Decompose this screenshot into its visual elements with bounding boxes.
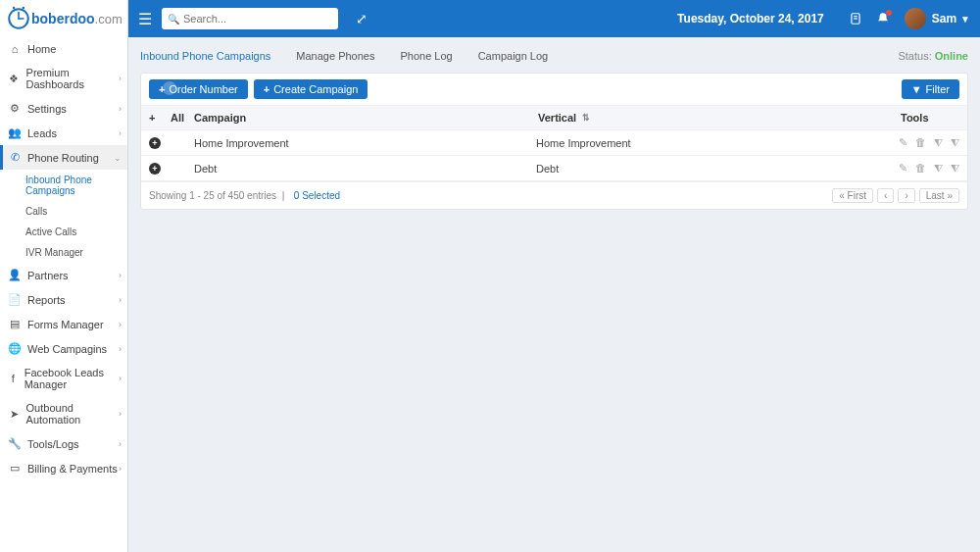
wrench-icon: 🔧: [8, 437, 22, 450]
sidebar-item-dashboards[interactable]: ❖Premium Dashboards›: [0, 61, 127, 96]
delete-icon[interactable]: 🗑: [915, 136, 926, 149]
logo-text: boberdoo.com: [31, 11, 122, 26]
tab-manage-phones[interactable]: Manage Phones: [296, 50, 374, 62]
chevron-right-icon: ›: [119, 439, 122, 449]
user-menu-caret[interactable]: ▼: [960, 14, 970, 25]
globe-icon: 🌐: [8, 342, 22, 355]
col-all[interactable]: All: [171, 112, 194, 124]
col-vertical[interactable]: Vertical⇅: [538, 112, 901, 124]
sidebar-item-tools[interactable]: 🔧Tools/Logs›: [0, 431, 127, 456]
phone-icon: ✆: [8, 151, 22, 164]
cell-vertical: Debt: [536, 163, 899, 175]
expand-all-icon[interactable]: +: [149, 112, 155, 124]
panel-footer: Showing 1 - 25 of 450 entries | 0 Select…: [141, 181, 967, 209]
hamburger-icon[interactable]: ☰: [138, 10, 152, 28]
sidebar-item-label: Phone Routing: [27, 152, 99, 164]
logo-icon: [6, 6, 31, 31]
sidebar-sub-inbound[interactable]: Inbound Phone Campaigns: [0, 170, 127, 201]
chevron-right-icon: ›: [119, 374, 122, 383]
home-icon: ⌂: [8, 43, 22, 55]
sidebar-item-outbound[interactable]: ➤Outbound Automation›: [0, 396, 127, 431]
status-value: Online: [935, 50, 968, 62]
chevron-right-icon: ›: [119, 344, 122, 354]
tab-campaign-log[interactable]: Campaign Log: [478, 50, 549, 62]
edit-icon[interactable]: ✎: [899, 162, 907, 175]
sidebar-item-partners[interactable]: 👤Partners›: [0, 263, 127, 287]
pager: « First ‹ › Last »: [832, 188, 959, 203]
chevron-right-icon: ›: [119, 295, 122, 305]
sidebar-item-phone-routing[interactable]: ✆Phone Routing⌄: [0, 145, 127, 170]
col-expand[interactable]: +: [149, 112, 171, 124]
bell-icon[interactable]: [876, 12, 890, 26]
expand-row-icon[interactable]: +: [149, 137, 161, 149]
edit-icon[interactable]: ✎: [899, 136, 907, 149]
filter-row-icon[interactable]: ⧨: [934, 162, 943, 175]
dashboard-icon: ❖: [8, 73, 21, 85]
table-row: + Home Improvement Home Improvement ✎ 🗑 …: [141, 130, 967, 156]
sidebar-sub-ivr[interactable]: IVR Manager: [0, 242, 127, 263]
sidebar-item-leads[interactable]: 👥Leads›: [0, 121, 127, 145]
sidebar-item-label: Premium Dashboards: [26, 67, 120, 90]
sidebar-item-label: Partners: [27, 270, 69, 281]
chevron-right-icon: ›: [119, 409, 122, 419]
table-row: + Debt Debt ✎ 🗑 ⧨ ⧨: [141, 156, 967, 181]
col-campaign[interactable]: Campaign: [194, 112, 538, 124]
main-content: Inbound Phone Campaigns Manage Phones Ph…: [128, 37, 980, 552]
svg-point-3: [13, 7, 15, 9]
sidebar-item-reports[interactable]: 📄Reports›: [0, 287, 127, 312]
filter-icon: ▼: [911, 83, 922, 95]
user-name[interactable]: Sam: [932, 12, 956, 25]
delete-icon[interactable]: 🗑: [915, 162, 926, 175]
filter-button[interactable]: ▼Filter: [902, 79, 959, 99]
chevron-right-icon: ›: [119, 104, 122, 114]
button-label: Order Number: [169, 83, 237, 95]
plus-icon: +: [159, 83, 165, 95]
sidebar-item-label: Tools/Logs: [27, 438, 79, 450]
chevron-right-icon: ›: [119, 320, 122, 329]
sidebar-item-forms[interactable]: ▤Forms Manager›: [0, 312, 127, 336]
chevron-down-icon: ⌄: [114, 153, 122, 163]
create-campaign-button[interactable]: +Create Campaign: [254, 79, 368, 99]
sidebar-sub-active-calls[interactable]: Active Calls: [0, 222, 127, 242]
sidebar-item-home[interactable]: ⌂Home: [0, 37, 127, 61]
filter-row-icon-2[interactable]: ⧨: [951, 162, 959, 175]
sidebar-item-label: Outbound Automation: [26, 402, 120, 426]
svg-point-4: [23, 7, 24, 9]
logo[interactable]: boberdoo.com: [0, 0, 128, 37]
avatar[interactable]: [905, 8, 926, 29]
clipboard-icon[interactable]: [849, 12, 862, 26]
pager-last[interactable]: Last »: [919, 188, 959, 203]
sidebar-item-facebook[interactable]: fFacebook Leads Manager›: [0, 361, 127, 396]
sidebar: ⌂Home ❖Premium Dashboards› ⚙Settings› 👥L…: [0, 37, 128, 552]
sidebar-sub-calls[interactable]: Calls: [0, 201, 127, 222]
filter-row-icon[interactable]: ⧨: [934, 136, 943, 149]
tab-inbound[interactable]: Inbound Phone Campaigns: [140, 50, 270, 62]
expand-row-icon[interactable]: +: [149, 163, 161, 175]
table-header: + All Campaign Vertical⇅ Tools: [141, 105, 967, 130]
pager-next[interactable]: ›: [898, 188, 914, 203]
tab-row: Inbound Phone Campaigns Manage Phones Ph…: [140, 45, 968, 67]
search-input[interactable]: 🔍: [162, 8, 338, 29]
cell-campaign: Home Improvement: [194, 137, 536, 149]
filter-row-icon-2[interactable]: ⧨: [951, 136, 959, 149]
form-icon: ▤: [8, 318, 22, 330]
sidebar-item-web-campaigns[interactable]: 🌐Web Campagins›: [0, 336, 127, 361]
status-label: Status: Online: [898, 50, 968, 62]
sidebar-item-settings[interactable]: ⚙Settings›: [0, 96, 127, 121]
footer-sep: |: [276, 190, 290, 201]
sidebar-item-label: Billing & Payments: [27, 463, 118, 475]
file-icon: 📄: [8, 293, 22, 306]
header-date: Tuesday, October 24, 2017: [677, 12, 824, 25]
tab-phone-log[interactable]: Phone Log: [400, 50, 452, 62]
row-tools: ✎ 🗑 ⧨ ⧨: [899, 162, 959, 175]
search-field[interactable]: [183, 13, 320, 25]
expand-icon[interactable]: ⤢: [356, 11, 368, 26]
header-label: Vertical: [538, 112, 576, 124]
pager-first[interactable]: « First: [832, 188, 873, 203]
pager-prev[interactable]: ‹: [877, 188, 894, 203]
search-icon: 🔍: [168, 14, 179, 25]
selected-count: 0 Selected: [294, 190, 340, 201]
order-number-button[interactable]: +Order Number: [149, 79, 248, 99]
sidebar-item-billing[interactable]: ▭Billing & Payments›: [0, 456, 127, 480]
sidebar-item-label: Home: [27, 43, 56, 55]
